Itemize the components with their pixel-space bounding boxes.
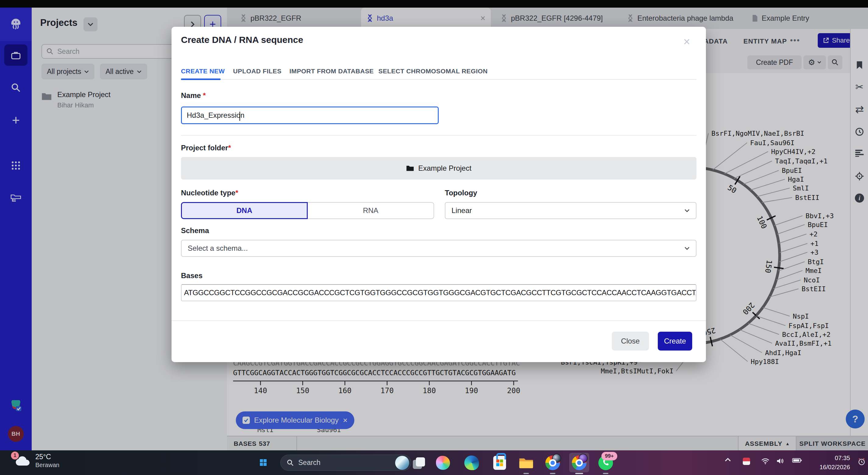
taskbar-app-copilot-icon[interactable]	[435, 454, 451, 471]
screen: + BH Proj	[0, 0, 868, 475]
wifi-icon[interactable]	[761, 457, 770, 464]
taskbar-app-task-view-icon[interactable]	[410, 454, 427, 471]
modal-tab-import-from-database[interactable]: IMPORT FROM DATABASE	[289, 68, 374, 75]
weather-widget[interactable]: 1 25°C Berawan	[14, 453, 59, 469]
tray-date: 16/02/2026	[819, 463, 850, 472]
schema-label: Schema	[181, 227, 209, 235]
search-highlight-image[interactable]	[395, 456, 409, 470]
taskbar-app-chrome-active-icon[interactable]	[571, 454, 587, 471]
tray-app-icon[interactable]	[743, 457, 750, 465]
volume-icon[interactable]	[776, 457, 784, 464]
modal-tab-create-new[interactable]: CREATE NEW	[181, 68, 225, 75]
modal-close-icon[interactable]: ×	[683, 35, 690, 48]
taskbar-clock[interactable]: 07:35 16/02/2026	[819, 453, 850, 472]
chevron-down-icon	[684, 246, 690, 250]
topology-label: Topology	[445, 189, 477, 197]
active-tab-indicator	[181, 78, 221, 80]
open-app-indicator	[603, 473, 609, 474]
weather-condition: Berawan	[35, 462, 59, 469]
create-button[interactable]: Create	[658, 332, 692, 350]
top-black-bar	[0, 0, 868, 8]
bases-label: Bases	[181, 271, 203, 280]
taskbar-app-edge-icon[interactable]	[463, 454, 480, 471]
chevron-down-icon	[684, 209, 690, 212]
nucleotide-option-rna[interactable]: RNA	[308, 202, 434, 219]
whatsapp-badge: 99+	[601, 452, 617, 461]
taskbar-app-whatsapp-icon[interactable]: 99+	[597, 454, 614, 471]
folder-icon	[406, 165, 414, 172]
chevron-up-icon[interactable]	[724, 457, 731, 462]
tray-time: 07:35	[819, 453, 850, 463]
taskbar-app-chrome-icon[interactable]	[545, 454, 561, 471]
nucleotide-option-dna[interactable]: DNA	[181, 202, 308, 219]
section-divider	[181, 135, 696, 136]
modal-tab-select-chromosomal-region[interactable]: SELECT CHROMOSOMAL REGION	[378, 68, 488, 75]
name-input[interactable]: Hd3a_Expression	[181, 106, 439, 124]
footer-divider	[172, 320, 706, 321]
close-button[interactable]: Close	[612, 332, 649, 350]
notification-clock-icon[interactable]	[858, 457, 866, 466]
open-app-indicator	[550, 473, 555, 474]
windows-logo-icon	[260, 459, 267, 466]
weather-temp: 25°C	[35, 453, 59, 461]
topology-select[interactable]: Linear	[445, 202, 696, 219]
battery-icon[interactable]	[792, 457, 802, 463]
search-icon	[287, 459, 294, 467]
name-label: Name *	[181, 91, 206, 100]
create-sequence-modal: Create DNA / RNA sequence × CREATE NEWUP…	[172, 27, 706, 362]
taskbar-app-file-explorer-icon[interactable]	[518, 454, 534, 471]
text-caret	[240, 112, 240, 121]
taskbar-search-input[interactable]: Search	[280, 454, 411, 471]
modal-title: Create DNA / RNA sequence	[181, 35, 303, 45]
project-folder-label: Project folder*	[181, 144, 231, 152]
cloud-icon: 1	[14, 454, 31, 467]
search-placeholder: Search	[298, 459, 320, 467]
project-folder-field[interactable]: Example Project	[181, 157, 696, 179]
nucleotide-type-label: Nucleotide type*	[181, 189, 238, 197]
windows-taskbar: 1 25°C Berawan Search 99+ 07:35 16/02/20…	[0, 450, 868, 475]
weather-badge: 1	[11, 451, 19, 460]
bases-input[interactable]: ATGGCCGGCTCCGGCCGCGACCGCGACCCGCTCGTGGTGG…	[181, 284, 696, 301]
schema-select[interactable]: Select a schema...	[181, 240, 696, 257]
open-app-indicator	[523, 473, 529, 474]
open-app-indicator	[575, 473, 583, 474]
modal-tab-upload-files[interactable]: UPLOAD FILES	[233, 68, 281, 75]
taskbar-app-store-icon[interactable]	[491, 454, 508, 471]
start-button[interactable]	[255, 454, 271, 470]
tabs-divider	[181, 79, 696, 80]
